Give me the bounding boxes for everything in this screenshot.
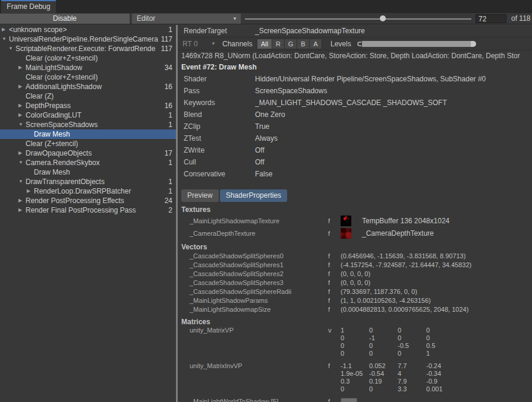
expand-arrow-icon[interactable] (27, 186, 34, 196)
vector-name: _MainLightShadowmapSize (178, 305, 328, 314)
frame-number-input[interactable] (476, 14, 506, 23)
matrix-cell: 0 (369, 385, 398, 393)
matrix-cell: 0.001 (426, 385, 455, 393)
tree-item[interactable]: UniversalRenderPipeline.RenderSingleCame… (0, 34, 176, 44)
expand-arrow-icon[interactable] (18, 120, 26, 129)
expand-arrow-icon[interactable] (18, 196, 26, 205)
expand-arrow-icon[interactable] (18, 63, 26, 72)
expand-arrow-icon[interactable] (18, 177, 26, 186)
vector-type: f (328, 278, 341, 287)
levels-slider-min-handle[interactable] (357, 42, 361, 46)
tree-item-label: MainLightShadow (26, 63, 165, 72)
expand-arrow-icon[interactable] (2, 25, 9, 34)
expand-arrow-icon[interactable] (18, 101, 26, 110)
tree-item-count: 2 (168, 205, 176, 215)
tree-item[interactable]: AdditionalLightsShadow 16 (0, 82, 176, 91)
matrix-cell: 0 (341, 350, 369, 357)
tree-item[interactable]: DepthPrepass 16 (0, 101, 176, 110)
tab-shader-properties[interactable]: ShaderProperties (220, 189, 287, 202)
expand-arrow-icon[interactable] (18, 205, 26, 215)
matrix-cell: 0.19 (369, 378, 398, 385)
tree-item[interactable]: ScreenSpaceShadows 1 (0, 120, 176, 129)
expand-arrow-icon[interactable] (27, 167, 34, 177)
expand-arrow-icon[interactable] (18, 139, 26, 148)
tree-item[interactable]: Draw Mesh (0, 167, 176, 177)
matrix-row-worldtoshadow: _MainLightWorldToShadow [5] f ... (178, 398, 532, 402)
expand-arrow-icon[interactable] (18, 53, 26, 63)
tree-item[interactable]: Draw Mesh (0, 129, 176, 139)
tree-item[interactable]: RenderLoop.DrawSRPBatcher 1 (0, 186, 176, 196)
texture-thumbnail[interactable] (341, 228, 351, 239)
tree-item[interactable]: ColorGradingLUT 1 (0, 110, 176, 120)
property-row: Cull Off (178, 156, 532, 168)
matrix-cell: 1 (341, 327, 369, 334)
tree-item-label: Draw Mesh (34, 129, 172, 139)
tree-item[interactable]: Camera.RenderSkybox 1 (0, 158, 176, 167)
frame-slider[interactable] (245, 13, 471, 24)
vectors-section-header: Vectors (178, 242, 532, 252)
tree-item[interactable]: MainLightShadow 34 (0, 63, 176, 72)
target-dropdown[interactable]: Editor ▼ (132, 14, 241, 24)
property-label: ZClip (178, 121, 255, 132)
channel-all-button[interactable]: All (257, 39, 272, 49)
vector-value: (1, 1, 0.002105263, -4.263156) (341, 296, 431, 305)
tree-item[interactable]: DrawTransparentObjects 1 (0, 177, 176, 186)
disable-button[interactable]: Disable (0, 14, 130, 24)
detail-tabs: Preview ShaderProperties (178, 189, 532, 202)
frame-slider-handle[interactable] (380, 15, 386, 21)
expand-arrow-icon[interactable] (18, 72, 26, 82)
levels-slider-fill (362, 41, 471, 47)
tree-item[interactable]: Clear (Z) (0, 91, 176, 101)
property-value: _MAIN_LIGHT_SHADOWS_CASCADE _SHADOWS_SOF… (255, 97, 532, 109)
channel-a-button[interactable]: A (310, 39, 322, 49)
frame-slider-track[interactable] (245, 18, 471, 20)
vector-type: f (328, 305, 341, 314)
expand-arrow-icon[interactable] (18, 82, 26, 91)
rt-index-dropdown[interactable]: RT 0 ▼ (180, 39, 219, 49)
expand-arrow-icon[interactable] (8, 44, 15, 53)
property-label: ZTest (178, 132, 255, 144)
tree-item-label: Clear (color+Z+stencil) (26, 72, 172, 82)
textures-rows: _MainLightShadowmapTexture f TempBuffer … (178, 214, 532, 239)
tree-item[interactable]: <unknown scope> 1 (0, 25, 176, 34)
levels-slider-max-handle[interactable] (471, 41, 476, 47)
render-target-toolbar: RT 0 ▼ Channels All R G B A Levels (178, 37, 532, 50)
levels-slider[interactable] (357, 41, 476, 47)
frame-debug-tab[interactable]: Frame Debug (1, 0, 56, 13)
matrix-type: v (328, 327, 341, 334)
texture-value: TempBuffer 136 2048x1024 (362, 217, 449, 225)
expand-matrix-array-button[interactable]: ... (341, 398, 357, 402)
matrix-cell: 0 (369, 350, 398, 357)
matrix-cell: 7.9 (398, 378, 426, 385)
property-label: Shader (178, 73, 255, 85)
expand-arrow-icon[interactable] (18, 110, 26, 120)
expand-arrow-icon[interactable] (18, 91, 26, 101)
frame-debug-tab-label: Frame Debug (7, 2, 50, 11)
tree-item-count: 117 (161, 44, 176, 53)
tree-item[interactable]: ScriptableRenderer.Execute: ForwardRende… (0, 44, 176, 53)
expand-arrow-icon[interactable] (2, 34, 9, 44)
channel-g-button[interactable]: G (285, 39, 297, 49)
expand-arrow-icon[interactable] (18, 148, 26, 158)
channel-buttons: All R G B A (257, 39, 322, 49)
texture-thumbnail[interactable] (341, 216, 351, 226)
tree-item[interactable]: Clear (color+Z+stencil) (0, 53, 176, 63)
tree-item[interactable]: DrawOpaqueObjects 17 (0, 148, 176, 158)
tree-item[interactable]: Render Final PostProcessing Pass 2 (0, 205, 176, 215)
vector-type: f (328, 287, 341, 296)
tree-item-label: Render PostProcessing Effects (26, 196, 165, 205)
expand-arrow-icon[interactable] (18, 158, 26, 167)
tab-preview[interactable]: Preview (181, 189, 219, 202)
tree-item-label: Clear (color+Z+stencil) (26, 53, 172, 63)
property-value: ScreenSpaceShadows (255, 85, 532, 97)
matrix-name: unity_MatrixVP (178, 327, 328, 334)
tree-item[interactable]: Render PostProcessing Effects 24 (0, 196, 176, 205)
channel-b-button[interactable]: B (297, 39, 310, 49)
texture-type: f (328, 217, 341, 224)
tree-item[interactable]: Clear (Z+stencil) (0, 139, 176, 148)
tree-item[interactable]: Clear (color+Z+stencil) (0, 72, 176, 82)
vector-value: (0.0004882813, 0.0009765625, 2048, 1024) (341, 305, 468, 314)
matrix-cell: -0.9 (426, 378, 455, 385)
channel-r-button[interactable]: R (272, 39, 285, 49)
expand-arrow-icon[interactable] (27, 129, 34, 139)
